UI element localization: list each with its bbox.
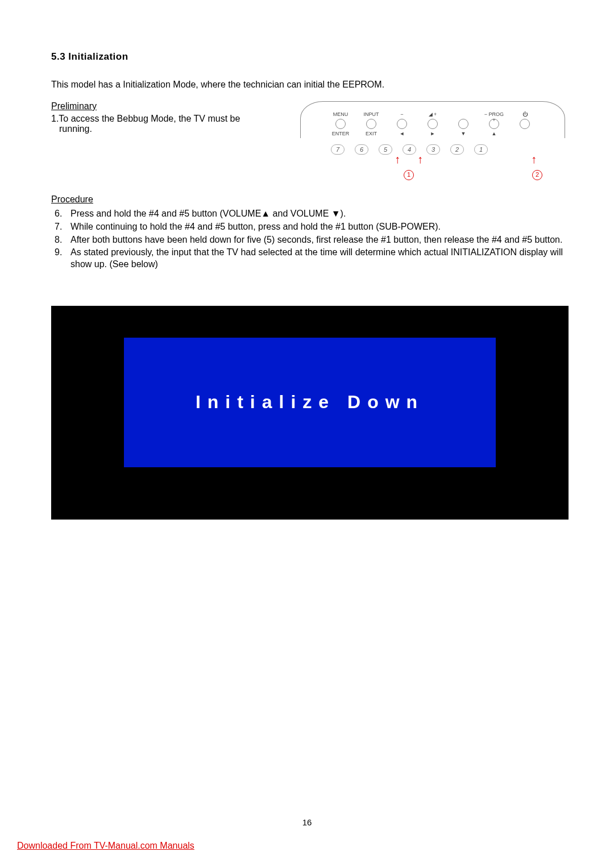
- arrow-up-icon: ↑: [417, 153, 423, 165]
- procedure-step: As stated previously, the input that the…: [51, 247, 563, 271]
- button-circle-icon: [458, 119, 468, 129]
- panel-btn-input: INPUT EXIT: [360, 111, 382, 136]
- procedure-step: Press and hold the #4 and #5 button (VOL…: [51, 208, 563, 220]
- procedure-step: After both buttons have been held down f…: [51, 234, 563, 246]
- button-circle-icon: [366, 119, 376, 129]
- tv-screenshot: Initialize Down: [51, 306, 569, 520]
- page-number: 16: [0, 817, 614, 827]
- intro-text: This model has a Initialization Mode, wh…: [51, 80, 563, 90]
- button-circle-icon: [428, 119, 438, 129]
- button-circle-icon: [520, 119, 530, 129]
- panel-btn-menu: MENU ENTER: [330, 111, 351, 136]
- init-message-text: Initialize Down: [196, 392, 424, 413]
- panel-number: 7: [331, 144, 345, 155]
- panel-btn-power: ⏻: [514, 111, 536, 136]
- button-panel-diagram: MENU ENTER INPUT EXIT − ◄ ◢ + ►: [300, 101, 567, 175]
- preliminary-item: 1.To access the Bebbug Mode, the TV must…: [51, 114, 262, 134]
- procedure-heading: Procedure: [51, 194, 563, 205]
- procedure-list: Press and hold the #4 and #5 button (VOL…: [51, 208, 563, 271]
- arrow-up-icon: ↑: [395, 153, 400, 165]
- button-circle-icon: [489, 119, 499, 129]
- panel-number: 1: [474, 144, 488, 155]
- panel-btn-prog-up: − PROG + ▲: [483, 111, 505, 136]
- panel-number: 5: [379, 144, 392, 155]
- section-title: 5.3 Initialization: [51, 51, 563, 63]
- panel-btn-vol-down: − ◄: [391, 111, 413, 136]
- button-circle-icon: [397, 119, 407, 129]
- callout-label: 2: [532, 169, 542, 180]
- panel-number: 3: [426, 144, 440, 155]
- tv-message-panel: Initialize Down: [124, 338, 496, 467]
- panel-btn-vol-up: ◢ + ►: [422, 111, 443, 136]
- footer-link[interactable]: Downloaded From TV-Manual.com Manuals: [17, 841, 194, 851]
- panel-number: 2: [450, 144, 464, 155]
- callout-label: 1: [404, 169, 414, 180]
- procedure-step: While continuing to hold the #4 and #5 b…: [51, 221, 563, 233]
- panel-btn-prog-down: ▼: [453, 111, 474, 136]
- panel-number: 6: [355, 144, 368, 155]
- button-circle-icon: [335, 119, 346, 129]
- arrow-up-icon: ↑: [531, 153, 537, 165]
- panel-number: 4: [403, 144, 416, 155]
